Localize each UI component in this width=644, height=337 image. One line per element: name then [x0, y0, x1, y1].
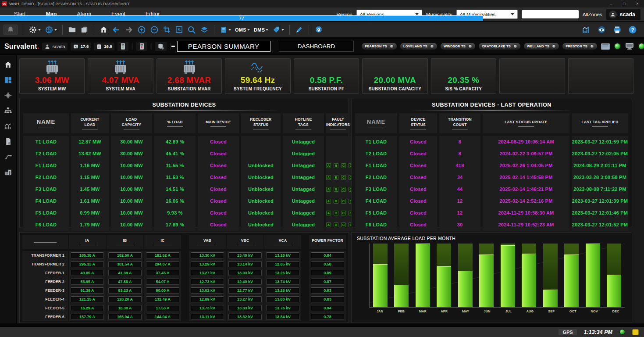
device-name[interactable]: F6 LOAD — [23, 219, 69, 231]
allzones-label[interactable]: AllZones — [583, 12, 602, 17]
clipboard-icon — [96, 43, 102, 50]
station-loveland-button[interactable]: LOVELAND TS — [400, 43, 438, 50]
device-current-load: 0.99 MW — [71, 207, 109, 219]
search-button[interactable] — [187, 25, 196, 34]
device-name[interactable]: T1 LOAD — [355, 136, 397, 148]
tag-menu-button[interactable] — [272, 25, 284, 34]
device-pct-load: 14.51 % — [154, 183, 196, 195]
help-button[interactable]: ? — [628, 25, 637, 34]
home-icon — [100, 25, 108, 34]
column-header: TRANSITION COUNT — [446, 117, 474, 127]
column-header: MAIN DEVICE — [206, 120, 231, 125]
locate-button[interactable] — [314, 25, 323, 34]
substation-building-icon[interactable] — [4, 168, 12, 176]
draw-button[interactable] — [295, 25, 303, 34]
device-name[interactable]: F3 LOAD — [355, 183, 397, 195]
trends-button[interactable] — [582, 25, 591, 34]
forward-button[interactable] — [125, 25, 133, 34]
home-view-button[interactable] — [100, 25, 108, 34]
panel-title: SUBSTATION DEVICES — [20, 99, 349, 108]
column-header: LAST STATUS UPDATE — [505, 120, 548, 125]
toolbar-separator — [23, 25, 23, 35]
user-icon — [609, 11, 617, 18]
current-ia-value: 40.05 A — [71, 270, 104, 276]
globe-gear-icon — [45, 25, 53, 34]
current-ic-value: 181.52 A — [146, 252, 179, 258]
device-fault-indicators — [326, 136, 353, 148]
layers-button[interactable] — [200, 25, 209, 34]
device-name[interactable]: F5 LOAD — [355, 207, 397, 219]
device-name[interactable]: F4 LOAD — [23, 195, 69, 207]
station-preston-button[interactable]: PRESTON TS — [562, 43, 598, 50]
oms-menu-button[interactable]: OMS — [235, 27, 250, 32]
voltage-vca-value: 13.18 kV — [266, 252, 299, 258]
zoom-in-button[interactable] — [137, 25, 146, 34]
minimize-button[interactable]: – — [605, 0, 618, 7]
current-ic-value: 90.00 A — [146, 287, 179, 294]
settings-button[interactable] — [28, 25, 41, 34]
zoom-out-button[interactable] — [150, 25, 159, 34]
device-name[interactable]: F5 LOAD — [23, 207, 69, 219]
device-name[interactable]: T2 LOAD — [23, 148, 69, 160]
document-icon[interactable] — [4, 137, 12, 146]
device-recloser-status: Unblocked — [241, 172, 281, 183]
device-name[interactable]: T1 LOAD — [23, 136, 69, 148]
current-ic-value: 37.45 A — [146, 270, 179, 276]
device-pct-load: 16.06 % — [154, 195, 196, 207]
user-menu-button[interactable]: scada — [606, 9, 640, 20]
trend-chart-icon[interactable] — [4, 122, 12, 130]
back-button[interactable] — [112, 25, 121, 34]
cable-icon[interactable] — [4, 153, 12, 161]
duplicate-map-button[interactable] — [80, 25, 89, 34]
power-factor-value: 0.84 — [311, 252, 344, 258]
kpi-tile-empty — [499, 58, 565, 94]
bottom-status-bar: GPS 1:13:34 PM — [0, 326, 644, 337]
crop-region-button[interactable] — [163, 25, 171, 34]
station-cratorlake-button[interactable]: CRATORLAKE TS — [478, 43, 521, 50]
station-windsor-button[interactable]: WINDSOR TS — [440, 43, 476, 50]
print-button[interactable] — [613, 25, 622, 34]
chart-plot: 20 10 0 — [369, 244, 625, 308]
server-b-chip: B — [136, 42, 147, 51]
kpi-label: S/S % CAPACITY — [445, 86, 482, 91]
current-ic-value: 54.07 A — [146, 279, 179, 285]
device-name[interactable]: F1 LOAD — [355, 160, 397, 172]
device-name[interactable]: F3 LOAD — [23, 183, 69, 195]
device-name[interactable]: F2 LOAD — [23, 172, 69, 183]
station-welland-button[interactable]: WELLAND TS — [523, 43, 559, 50]
fit-extent-button[interactable] — [175, 25, 183, 34]
current-ib-value: 41.39 A — [108, 270, 142, 276]
home-icon[interactable] — [4, 61, 12, 69]
voltage-vca-value: 12.65 kV — [266, 261, 299, 267]
maximize-button[interactable]: □ — [618, 0, 631, 7]
alarm-bell-button[interactable] — [4, 25, 18, 35]
column-header: LOAD CAPACITY — [117, 117, 146, 127]
oms-label: OMS — [235, 27, 246, 32]
device-name[interactable]: T2 LOAD — [355, 148, 397, 160]
dashboard-grid-icon[interactable] — [4, 76, 12, 84]
left-sidebar — [0, 55, 17, 323]
network-settings-button[interactable] — [45, 25, 57, 34]
warning-indicator[interactable] — [632, 329, 639, 335]
notes-button[interactable] — [220, 26, 231, 34]
close-button[interactable]: × — [631, 0, 644, 7]
device-name[interactable]: F4 LOAD — [355, 195, 397, 207]
current-ia-value: 53.95 A — [71, 279, 104, 285]
open-map-button[interactable] — [68, 25, 76, 34]
dms-menu-button[interactable]: DMS — [254, 27, 268, 32]
avg-load-chart-panel: SUBSTATION AVERAGE LOAD PER MONTH 20 10 … — [351, 232, 632, 323]
device-name[interactable]: F6 LOAD — [355, 219, 397, 231]
connection-status-ok — [619, 329, 625, 335]
device-name[interactable]: F2 LOAD — [355, 172, 397, 183]
x-axis-label: APR — [437, 309, 452, 313]
station-pearson-button[interactable]: PEARSON TS — [361, 43, 397, 50]
device-name[interactable]: F1 LOAD — [23, 160, 69, 172]
last-tag-applied: 2023-03-27 12:02:05 PM — [572, 148, 628, 160]
world-view-button[interactable] — [597, 25, 606, 34]
hierarchy-icon[interactable] — [4, 107, 12, 115]
survalent-logo: Survalent. — [4, 43, 39, 50]
voltage-vab-value: 13.73 kV — [191, 305, 224, 311]
compass-icon[interactable] — [4, 91, 12, 100]
zone-progress-bar[interactable]: 77 — [522, 10, 579, 18]
x-axis-label: FEB — [394, 309, 409, 313]
